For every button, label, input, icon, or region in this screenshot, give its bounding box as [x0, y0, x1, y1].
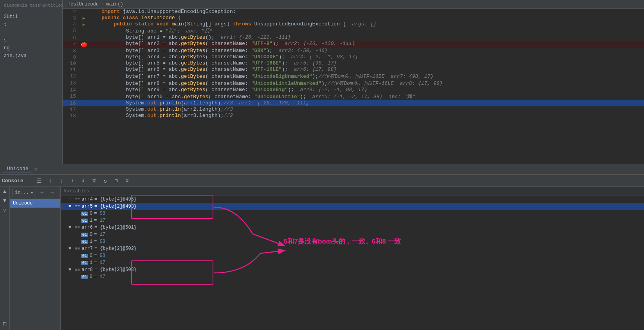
var-row-arr7-0[interactable]: 01 0 = 98: [61, 252, 644, 259]
var-expand-arr7[interactable]: ▼: [69, 246, 75, 251]
var-expand-arr6[interactable]: ▼: [69, 225, 75, 230]
code-line-4[interactable]: 4 ▶ public static void main(String[] arg…: [63, 21, 644, 27]
code-line-6[interactable]: 6 byte[] arr1 = abc.getBytes(); arr1: {-…: [63, 34, 644, 41]
var-expand-arr4[interactable]: +: [69, 197, 75, 202]
code-line-15[interactable]: 15 byte[] arr10 = abc.getBytes( charsetN…: [63, 93, 644, 100]
tab-unicode[interactable]: Unicode: [3, 166, 32, 172]
var-panel[interactable]: Variables + ≡≡ arr4 = {byte[4]@495} ▼ ≡≡…: [61, 187, 644, 330]
toolbar-btn-list[interactable]: ≡: [123, 177, 131, 185]
var-row-arr7-1[interactable]: 01 1 = 17: [61, 259, 644, 266]
code-line-2[interactable]: 2 import java.io.UnsupportedEncodingExce…: [63, 9, 644, 15]
bottom-panel: Console | ☰ ↑ ↓ ⬆ ⬇ ▽ ↻ ⊞ ≡ ▲ ▼ ▽ ⧉ ∞ in…: [0, 174, 644, 330]
line-arrow-2: [80, 9, 87, 15]
line-num-6: 6: [63, 34, 80, 41]
var-name-arr5-1: 1: [90, 218, 92, 223]
console-tab-label[interactable]: Console: [2, 178, 23, 184]
code-lines: 2 import java.io.UnsupportedEncodingExce…: [63, 9, 644, 119]
var-value-arr6-0: = 17: [94, 232, 105, 237]
var-panel-header: Variables: [61, 187, 644, 196]
var-name-arr8-0: 0: [90, 274, 92, 280]
line-num-11: 11: [63, 66, 80, 73]
code-line-5[interactable]: 5 String abc = "我"; abc: "我": [63, 27, 644, 34]
var-name-arr6-0: 0: [90, 232, 92, 237]
code-line-10[interactable]: 10 byte[] arr5 = abc.getBytes( charsetNa…: [63, 60, 644, 66]
var-value-arr6: = {byte[2]@501}: [94, 225, 137, 230]
line-content-16: System.out.println(arr1.length);//3 arr1…: [87, 100, 644, 106]
sidebar-item-main[interactable]: ain.java: [0, 52, 62, 60]
var-name-arr7: arr7: [81, 246, 93, 251]
var-type-arr6-0: 01: [81, 233, 88, 237]
line-arrow-17: [80, 106, 87, 113]
line-content-13: byte[] arr8 = abc.getBytes( charsetName:…: [87, 80, 644, 87]
code-line-11[interactable]: 11 byte[] arr6 = abc.getBytes( charsetNa…: [63, 66, 644, 73]
session-panel: in... ▾ + − Unicode: [10, 187, 61, 330]
var-type-arr5-1: 01: [81, 219, 88, 223]
left-icon-copy[interactable]: ⧉: [3, 321, 7, 328]
line-arrow-12: [80, 73, 87, 80]
line-arrow-11: [80, 66, 87, 73]
code-line-13[interactable]: 13 byte[] arr8 = abc.getBytes( charsetNa…: [63, 80, 644, 87]
code-line-12[interactable]: 12 byte[] arr7 = abc.getBytes( charsetNa…: [63, 73, 644, 80]
var-name-arr4: arr4: [81, 197, 93, 202]
var-row-arr8-0[interactable]: 01 0 = 17: [61, 273, 644, 280]
toolbar-btn-top[interactable]: ⬆: [68, 177, 76, 185]
toolbar-btn-bottom[interactable]: ⬇: [79, 177, 87, 185]
var-row-arr4[interactable]: + ≡≡ arr4 = {byte[4]@495}: [61, 196, 644, 203]
toolbar-btn-menu[interactable]: ☰: [35, 177, 43, 185]
sidebar-item-t[interactable]: t: [0, 21, 62, 29]
bottom-toolbar: Console | ☰ ↑ ↓ ⬆ ⬇ ▽ ↻ ⊞ ≡: [0, 175, 644, 187]
line-arrow-16: [80, 100, 87, 106]
line-num-15: 15: [63, 93, 80, 100]
var-row-arr5-1[interactable]: 01 1 = 17: [61, 217, 644, 224]
var-expand-arr8[interactable]: ▼: [69, 267, 75, 273]
left-icon-2[interactable]: ▼: [3, 198, 6, 204]
var-row-arr6-0[interactable]: 01 0 = 17: [61, 231, 644, 238]
line-content-4: public static void main(String[] args) t…: [87, 21, 644, 27]
var-type-arr6-1: 01: [81, 240, 88, 244]
code-line-8[interactable]: 8 byte[] arr3 = abc.getBytes( charsetNam…: [63, 48, 644, 54]
tab-close-icon[interactable]: ✕: [34, 166, 38, 172]
toolbar-btn-reload[interactable]: ↻: [101, 177, 109, 185]
var-icon-arr6: ≡≡: [75, 225, 80, 230]
line-num-4: 4: [63, 21, 80, 27]
session-dropdown[interactable]: in... ▾: [12, 189, 36, 197]
code-line-16[interactable]: 16 System.out.println(arr1.length);//3 a…: [63, 100, 644, 106]
var-row-arr6[interactable]: ▼ ≡≡ arr6 = {byte[2]@501}: [61, 224, 644, 231]
sidebar-item-ng[interactable]: ng: [0, 44, 62, 52]
code-line-3[interactable]: 3 ▶ public class TestUnicode {: [63, 15, 644, 21]
code-line-7[interactable]: 7 🍅 byte[] arr2 = abc.getBytes( charsetN…: [63, 41, 644, 48]
code-line-18[interactable]: 18 System.out.println(arr3.length);//2: [63, 113, 644, 119]
dropdown-chevron: ▾: [31, 190, 33, 196]
code-line-9[interactable]: 9 byte[] arr4 = abc.getBytes( charsetNam…: [63, 54, 644, 60]
remove-session-btn[interactable]: −: [48, 188, 56, 197]
toolbar-btn-up[interactable]: ↑: [46, 177, 54, 185]
line-num-3: 3: [63, 15, 80, 21]
sidebar-item-s[interactable]: s: [0, 36, 62, 44]
add-session-btn[interactable]: +: [38, 188, 46, 197]
var-row-arr5[interactable]: ▼ ≡≡ arr5 = {byte[2]@498}: [61, 203, 644, 210]
toolbar-btn-filter[interactable]: ▽: [90, 177, 98, 185]
line-content-12: byte[] arr7 = abc.getBytes( charsetName:…: [87, 73, 644, 80]
code-line-17[interactable]: 17 System.out.println(arr2.length);//3: [63, 106, 644, 113]
var-value-arr5-0: = 98: [94, 211, 105, 216]
line-content-18: System.out.println(arr3.length);//2: [87, 113, 644, 119]
var-type-arr7-0: 01: [81, 254, 88, 258]
var-value-arr7-1: = 17: [94, 260, 105, 265]
code-line-14[interactable]: 14 byte[] arr9 = abc.getBytes( charsetNa…: [63, 87, 644, 93]
line-content-15: byte[] arr10 = abc.getBytes( charsetName…: [87, 93, 644, 100]
line-arrow-5: [80, 27, 87, 34]
var-expand-arr5[interactable]: ▼: [69, 204, 75, 209]
session-item-unicode[interactable]: Unicode: [10, 199, 60, 208]
toolbar-btn-down[interactable]: ↓: [57, 177, 65, 185]
left-icon-filter[interactable]: ▽: [3, 207, 6, 213]
sidebar-item-3util[interactable]: 3Util: [0, 13, 62, 21]
var-name-arr6: arr6: [81, 225, 93, 230]
left-icon-1[interactable]: ▲: [3, 189, 6, 195]
var-row-arr6-1[interactable]: 01 1 = 98: [61, 238, 644, 245]
toolbar-btn-table[interactable]: ⊞: [112, 177, 120, 185]
var-row-arr5-0[interactable]: 01 0 = 98: [61, 210, 644, 217]
var-row-arr8[interactable]: ▼ ≡≡ arr8 = {byte[2]@503}: [61, 266, 644, 273]
var-row-arr7[interactable]: ▼ ≡≡ arr7 = {byte[2]@502}: [61, 245, 644, 252]
code-panel[interactable]: TestUnicode › main() 2 import java.io.Un…: [63, 0, 644, 164]
line-num-18: 18: [63, 113, 80, 119]
